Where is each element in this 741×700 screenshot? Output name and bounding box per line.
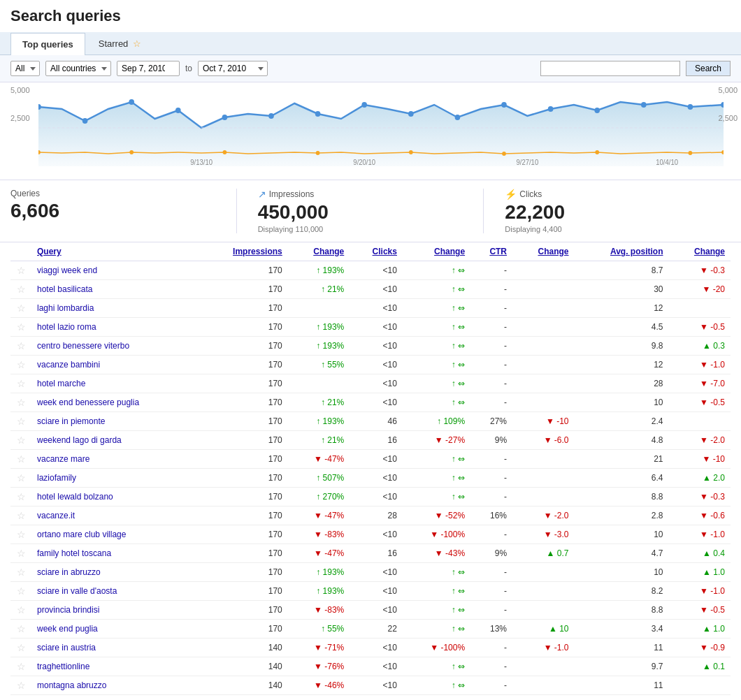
col-clicks[interactable]: Clicks bbox=[350, 242, 403, 261]
star-cell[interactable]: ☆ bbox=[10, 356, 31, 374]
query-link[interactable]: hotel lazio roma bbox=[37, 322, 96, 332]
query-link[interactable]: hotel lewald bolzano bbox=[37, 492, 113, 502]
query-cell[interactable]: hotel lewald bolzano bbox=[31, 488, 199, 506]
query-cell[interactable]: vacanze bambini bbox=[31, 356, 199, 374]
star-empty-icon[interactable]: ☆ bbox=[17, 623, 26, 634]
col-change1[interactable]: Change bbox=[288, 242, 350, 261]
star-cell[interactable]: ☆ bbox=[10, 601, 31, 620]
tab-starred[interactable]: Starred ☆ bbox=[87, 32, 153, 54]
star-cell[interactable]: ☆ bbox=[10, 412, 31, 431]
query-link[interactable]: vacanze bambini bbox=[37, 360, 100, 370]
search-button[interactable]: Search bbox=[686, 61, 731, 76]
star-empty-icon[interactable]: ☆ bbox=[17, 472, 26, 483]
star-cell[interactable]: ☆ bbox=[10, 676, 31, 695]
query-link[interactable]: montagna abruzzo bbox=[37, 680, 106, 690]
query-cell[interactable]: family hotel toscana bbox=[31, 544, 199, 563]
date-to[interactable]: Oct 7, 2010 bbox=[198, 61, 268, 76]
all-filter[interactable]: All bbox=[10, 61, 40, 76]
star-empty-icon[interactable]: ☆ bbox=[17, 567, 26, 578]
query-link[interactable]: hotel marche bbox=[37, 379, 85, 388]
star-empty-icon[interactable]: ☆ bbox=[17, 548, 26, 559]
star-cell[interactable]: ☆ bbox=[10, 488, 31, 506]
star-cell[interactable]: ☆ bbox=[10, 374, 31, 393]
star-cell[interactable]: ☆ bbox=[10, 393, 31, 412]
query-cell[interactable]: laghi lombardia bbox=[31, 299, 199, 318]
star-empty-icon[interactable]: ☆ bbox=[17, 321, 26, 333]
query-link[interactable]: sciare in austria bbox=[37, 643, 96, 652]
query-link[interactable]: ortano mare club village bbox=[37, 530, 126, 539]
star-empty-icon[interactable]: ☆ bbox=[17, 510, 26, 521]
query-cell[interactable]: sciare in piemonte bbox=[31, 412, 199, 431]
star-cell[interactable]: ☆ bbox=[10, 657, 31, 676]
star-cell[interactable]: ☆ bbox=[10, 639, 31, 657]
star-empty-icon[interactable]: ☆ bbox=[17, 340, 26, 351]
query-cell[interactable]: ortano mare club village bbox=[31, 525, 199, 544]
star-empty-icon[interactable]: ☆ bbox=[17, 680, 26, 691]
query-cell[interactable]: hotel basilicata bbox=[31, 280, 199, 299]
query-cell[interactable]: hotel marche bbox=[31, 374, 199, 393]
col-impressions[interactable]: Impressions bbox=[199, 242, 288, 261]
query-cell[interactable]: laziofamily bbox=[31, 469, 199, 488]
star-empty-icon[interactable]: ☆ bbox=[17, 378, 26, 389]
star-cell[interactable]: ☆ bbox=[10, 318, 31, 337]
star-cell[interactable]: ☆ bbox=[10, 261, 31, 280]
query-cell[interactable]: centro benessere viterbo bbox=[31, 337, 199, 356]
query-cell[interactable]: viaggi week end bbox=[31, 261, 199, 280]
query-cell[interactable]: vacanze mare bbox=[31, 450, 199, 469]
star-cell[interactable]: ☆ bbox=[10, 450, 31, 469]
query-link[interactable]: viaggi week end bbox=[37, 265, 97, 275]
query-cell[interactable]: vacanze in germania bbox=[31, 695, 199, 701]
date-from[interactable] bbox=[117, 61, 180, 76]
col-change4[interactable]: Change bbox=[668, 242, 731, 261]
star-empty-icon[interactable]: ☆ bbox=[17, 529, 26, 540]
query-link[interactable]: family hotel toscana bbox=[37, 548, 111, 558]
query-cell[interactable]: sciare in valle d'aosta bbox=[31, 582, 199, 601]
query-link[interactable]: week end benessere puglia bbox=[37, 398, 139, 407]
star-cell[interactable]: ☆ bbox=[10, 431, 31, 450]
star-cell[interactable]: ☆ bbox=[10, 563, 31, 582]
star-empty-icon[interactable]: ☆ bbox=[17, 359, 26, 370]
star-empty-icon[interactable]: ☆ bbox=[17, 642, 26, 653]
query-link[interactable]: sciare in piemonte bbox=[37, 416, 105, 426]
query-link[interactable]: vacanze.it bbox=[37, 511, 75, 520]
col-avg-pos[interactable]: Avg. position bbox=[575, 242, 669, 261]
star-cell[interactable]: ☆ bbox=[10, 695, 31, 701]
query-cell[interactable]: traghettionline bbox=[31, 657, 199, 676]
star-empty-icon[interactable]: ☆ bbox=[17, 416, 26, 427]
star-cell[interactable]: ☆ bbox=[10, 525, 31, 544]
query-link[interactable]: provincia brindisi bbox=[37, 605, 99, 615]
star-cell[interactable]: ☆ bbox=[10, 620, 31, 639]
query-link[interactable]: laghi lombardia bbox=[37, 303, 94, 313]
countries-filter[interactable]: All countries bbox=[45, 61, 111, 76]
query-link[interactable]: centro benessere viterbo bbox=[37, 341, 129, 351]
star-cell[interactable]: ☆ bbox=[10, 544, 31, 563]
star-cell[interactable]: ☆ bbox=[10, 506, 31, 525]
star-empty-icon[interactable]: ☆ bbox=[17, 453, 26, 465]
query-cell[interactable]: sciare in austria bbox=[31, 639, 199, 657]
query-link[interactable]: weekend lago di garda bbox=[37, 435, 122, 445]
search-input[interactable] bbox=[540, 61, 680, 76]
star-cell[interactable]: ☆ bbox=[10, 469, 31, 488]
star-empty-icon[interactable]: ☆ bbox=[17, 661, 26, 672]
tab-top-queries[interactable]: Top queries bbox=[10, 33, 85, 55]
query-link[interactable]: hotel basilicata bbox=[37, 284, 92, 294]
query-cell[interactable]: vacanze.it bbox=[31, 506, 199, 525]
query-link[interactable]: traghettionline bbox=[37, 662, 89, 671]
col-change2[interactable]: Change bbox=[403, 242, 470, 261]
query-link[interactable]: vacanze mare bbox=[37, 454, 89, 464]
star-empty-icon[interactable]: ☆ bbox=[17, 265, 26, 276]
query-cell[interactable]: week end puglia bbox=[31, 620, 199, 639]
query-cell[interactable]: montagna abruzzo bbox=[31, 676, 199, 695]
col-query[interactable]: Query bbox=[31, 242, 199, 261]
col-ctr[interactable]: CTR bbox=[470, 242, 512, 261]
query-cell[interactable]: weekend lago di garda bbox=[31, 431, 199, 450]
query-cell[interactable]: hotel lazio roma bbox=[31, 318, 199, 337]
star-cell[interactable]: ☆ bbox=[10, 280, 31, 299]
star-empty-icon[interactable]: ☆ bbox=[17, 302, 26, 314]
query-link[interactable]: laziofamily bbox=[37, 473, 76, 483]
query-link[interactable]: week end puglia bbox=[37, 624, 98, 634]
star-empty-icon[interactable]: ☆ bbox=[17, 604, 26, 615]
query-cell[interactable]: provincia brindisi bbox=[31, 601, 199, 620]
query-cell[interactable]: sciare in abruzzo bbox=[31, 563, 199, 582]
star-empty-icon[interactable]: ☆ bbox=[17, 435, 26, 446]
